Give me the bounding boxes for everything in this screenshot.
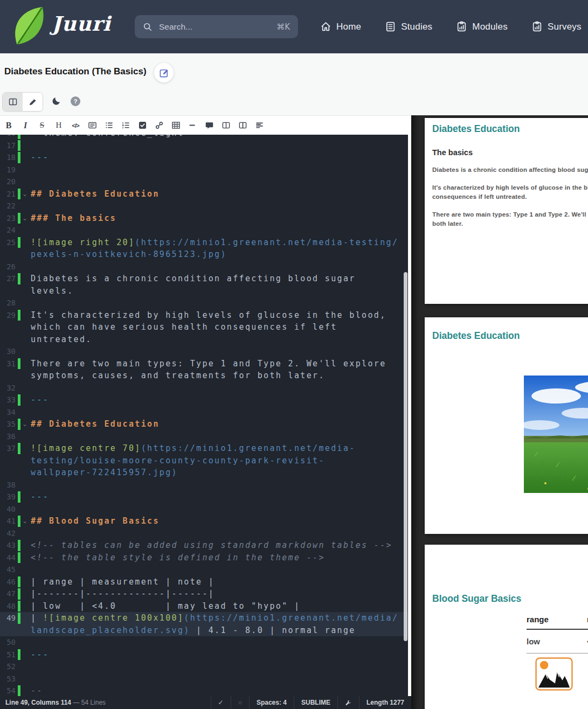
edit-icon [159, 68, 169, 78]
editor-scrollbar-thumb[interactable] [404, 272, 407, 641]
horizontal-rule-icon[interactable] [188, 119, 197, 132]
changed-line-marker [18, 685, 20, 696]
line-count: — 54 Lines [71, 699, 106, 706]
table-icon[interactable] [171, 119, 181, 132]
editor-line-44[interactable]: 44<!-- the table style is defined in the… [0, 552, 411, 564]
heading-icon[interactable]: H [54, 119, 64, 132]
editor-line-34[interactable]: 34 [0, 406, 411, 419]
editor-line-35[interactable]: 35⌄## Diabetes Education [0, 418, 411, 430]
indentation-setting[interactable]: Spaces: 4 [249, 696, 294, 709]
slide-preview-pane[interactable]: Diabetes Education The basics Diabetes i… [411, 115, 588, 709]
comment-icon[interactable] [204, 119, 214, 132]
fold-chevron-icon[interactable]: ⌄ [22, 212, 27, 225]
editor-line-17[interactable]: 17 [0, 140, 411, 152]
line-gutter: 50 [0, 636, 31, 649]
split-view-toggle-button[interactable] [3, 93, 23, 111]
editor-line-20[interactable]: 20 [0, 176, 411, 188]
line-gutter: 30 [0, 345, 31, 358]
edit-title-button[interactable] [154, 63, 174, 82]
markdown-editor[interactable]: 16 theme: conference_light1718---192021⌄… [0, 135, 411, 696]
slide-heading: Blood Sugar Basics [432, 593, 521, 604]
editor-line-42[interactable]: 42 [0, 527, 411, 540]
editor-line-40[interactable]: 40 [0, 503, 411, 516]
editor-line-33[interactable]: 33--- [0, 394, 411, 406]
nav-item-studies[interactable]: Studies [385, 21, 432, 32]
lint-ok-indicator[interactable]: ✓ [211, 696, 231, 709]
editor-line-22[interactable]: 22 [0, 200, 411, 212]
nav-item-modules[interactable]: Modules [456, 21, 508, 32]
line-gutter: 32 [0, 382, 31, 394]
editor-line-21[interactable]: 21⌄## Diabetes Education [0, 188, 411, 200]
editor-line-36[interactable]: 36 [0, 430, 411, 443]
editor-line-39[interactable]: 39--- [0, 491, 411, 503]
nav-item-home[interactable]: Home [320, 21, 361, 32]
editor-line-49-wrap[interactable]: landscape_placeholder.svg) | 4.1 - 8.0 |… [0, 624, 411, 637]
fold-chevron-icon[interactable]: ⌄ [22, 188, 27, 200]
editor-line-38[interactable]: 38 [0, 479, 411, 491]
editor-line-24[interactable]: 24 [0, 224, 411, 237]
editor-line-29[interactable]: 29It's characterized by high levels of g… [0, 309, 411, 322]
editor-lines: 16 theme: conference_light1718---192021⌄… [0, 135, 411, 696]
editor-line-53[interactable]: 53 [0, 673, 411, 685]
image-icon[interactable] [87, 119, 97, 132]
editor-line-41[interactable]: 41⌄## Blood Sugar Basics [0, 515, 411, 527]
link-icon[interactable] [154, 119, 164, 132]
editor-line-46[interactable]: 46| range | measurement | note | [0, 576, 411, 588]
editor-line-37[interactable]: 37![image centre 70](https://minio1.gree… [0, 442, 411, 455]
editor-line-31-wrap[interactable]: symptoms, causes, and treatments for bot… [0, 370, 411, 382]
line-gutter: 28 [0, 297, 31, 309]
editor-line-18[interactable]: 18--- [0, 151, 411, 164]
settings-wrench-button[interactable] [337, 696, 359, 709]
editor-line-50[interactable]: 50 [0, 636, 411, 649]
global-search[interactable]: ⌘K [135, 15, 298, 38]
bold-icon[interactable]: B [4, 119, 13, 132]
columns-icon[interactable] [221, 119, 231, 132]
editor-line-52[interactable]: 52 [0, 661, 411, 673]
editor-line-16[interactable]: 16 theme: conference_light [0, 135, 411, 140]
editor-line-25-wrap[interactable]: pexels-n-voitkevich-8965123.jpg) [0, 248, 411, 261]
help-button[interactable]: ? [71, 96, 80, 106]
editor-line-29-wrap[interactable]: untreated. [0, 333, 411, 346]
editor-line-31[interactable]: 31There are two main types: Type 1 and T… [0, 358, 411, 370]
editor-line-23[interactable]: 23⌄### The basics [0, 212, 411, 225]
line-gutter [0, 467, 31, 479]
editor-line-29-wrap[interactable]: which can have serious health consequenc… [0, 321, 411, 333]
fold-chevron-icon[interactable]: ⌄ [22, 515, 27, 527]
keymap-setting[interactable]: SUBLIME [294, 696, 337, 709]
editor-line-47[interactable]: 47|-------|-------------|------| [0, 588, 411, 600]
code-icon[interactable]: </> [71, 119, 80, 132]
search-input[interactable] [158, 22, 276, 32]
editor-line-27[interactable]: 27Diabetes is a chronic condition affect… [0, 273, 411, 285]
changed-line-marker [18, 394, 20, 406]
line-gutter: 45 [0, 564, 31, 576]
editor-line-27-wrap[interactable]: levels. [0, 285, 411, 297]
sync-indicator[interactable]: ○ [231, 696, 249, 709]
task-list-icon[interactable] [137, 119, 147, 132]
app-logo-text[interactable]: Juuri [52, 12, 111, 36]
fold-chevron-icon[interactable]: ⌄ [22, 418, 27, 430]
bullet-list-icon[interactable] [104, 119, 114, 132]
strikethrough-icon[interactable]: S [37, 119, 47, 132]
dark-mode-button[interactable] [49, 95, 65, 106]
ordered-list-icon[interactable] [121, 119, 130, 132]
italic-icon[interactable]: I [20, 119, 30, 132]
editor-line-37-wrap[interactable]: testing/louise-moore-county-county-park-… [0, 455, 411, 467]
editor-line-26[interactable]: 26 [0, 261, 411, 273]
split-view-icon[interactable] [238, 119, 247, 132]
align-left-icon[interactable] [254, 119, 264, 132]
editor-line-49[interactable]: 49| ![image centre 100x100](https://mini… [0, 612, 411, 624]
editor-line-32[interactable]: 32 [0, 382, 411, 394]
editor-line-19[interactable]: 19 [0, 164, 411, 176]
nav-item-surveys[interactable]: Surveys [531, 21, 582, 32]
editor-line-28[interactable]: 28 [0, 297, 411, 309]
editor-line-30[interactable]: 30 [0, 345, 411, 358]
editor-line-25[interactable]: 25![image right 20](https://minio1.green… [0, 237, 411, 249]
editor-line-48[interactable]: 48| low | <4.0 | may lead to "hypo" | [0, 600, 411, 613]
editor-line-43[interactable]: 43<!-- tables can be added using standar… [0, 539, 411, 552]
editor-line-51[interactable]: 51--- [0, 649, 411, 661]
edit-view-toggle-button[interactable] [23, 93, 43, 111]
line-gutter [0, 333, 31, 346]
editor-line-45[interactable]: 45 [0, 564, 411, 576]
editor-line-54[interactable]: 54-- [0, 685, 411, 696]
editor-line-37-wrap[interactable]: wallpaper-722415957.jpg) [0, 467, 411, 479]
